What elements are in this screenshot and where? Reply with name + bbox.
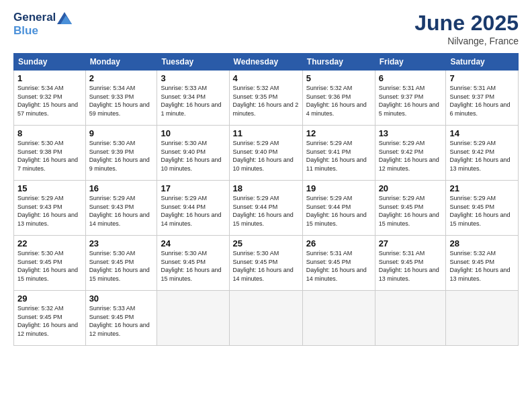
col-wednesday: Wednesday <box>229 54 302 71</box>
table-row: 2Sunrise: 5:34 AM Sunset: 9:33 PM Daylig… <box>85 71 157 126</box>
day-number: 5 <box>306 73 371 83</box>
day-number: 21 <box>449 183 515 193</box>
calendar-table: Sunday Monday Tuesday Wednesday Thursday… <box>13 53 519 346</box>
cell-details: Sunrise: 5:29 AM Sunset: 9:43 PM Dayligh… <box>89 194 154 228</box>
day-number: 28 <box>449 238 515 248</box>
table-row: 30Sunrise: 5:33 AM Sunset: 9:45 PM Dayli… <box>85 291 157 346</box>
cell-details: Sunrise: 5:30 AM Sunset: 9:38 PM Dayligh… <box>17 139 82 173</box>
empty-cell <box>302 291 375 346</box>
table-row: 23Sunrise: 5:30 AM Sunset: 9:45 PM Dayli… <box>85 236 157 291</box>
day-number: 18 <box>233 183 299 193</box>
day-number: 1 <box>17 73 82 83</box>
empty-cell <box>375 291 446 346</box>
day-number: 3 <box>161 73 225 83</box>
calendar-week-row: 29Sunrise: 5:32 AM Sunset: 9:45 PM Dayli… <box>14 291 519 346</box>
table-row: 10Sunrise: 5:30 AM Sunset: 9:40 PM Dayli… <box>157 126 229 181</box>
cell-details: Sunrise: 5:30 AM Sunset: 9:39 PM Dayligh… <box>89 139 154 173</box>
table-row: 14Sunrise: 5:29 AM Sunset: 9:42 PM Dayli… <box>446 126 519 181</box>
day-number: 12 <box>306 128 371 138</box>
col-friday: Friday <box>375 54 446 71</box>
cell-details: Sunrise: 5:32 AM Sunset: 9:45 PM Dayligh… <box>17 304 82 338</box>
table-row: 7Sunrise: 5:31 AM Sunset: 9:37 PM Daylig… <box>446 71 519 126</box>
col-thursday: Thursday <box>302 54 375 71</box>
logo-text: General <box>13 11 72 24</box>
day-number: 9 <box>89 128 154 138</box>
cell-details: Sunrise: 5:30 AM Sunset: 9:45 PM Dayligh… <box>233 249 299 283</box>
day-number: 17 <box>161 183 225 193</box>
day-number: 27 <box>379 238 443 248</box>
table-row: 8Sunrise: 5:30 AM Sunset: 9:38 PM Daylig… <box>14 126 86 181</box>
table-row: 1Sunrise: 5:34 AM Sunset: 9:32 PM Daylig… <box>14 71 86 126</box>
day-number: 6 <box>379 73 443 83</box>
cell-details: Sunrise: 5:29 AM Sunset: 9:41 PM Dayligh… <box>306 139 371 173</box>
cell-details: Sunrise: 5:33 AM Sunset: 9:34 PM Dayligh… <box>161 84 225 118</box>
col-saturday: Saturday <box>446 54 519 71</box>
day-number: 8 <box>17 128 82 138</box>
day-number: 26 <box>306 238 371 248</box>
cell-details: Sunrise: 5:32 AM Sunset: 9:35 PM Dayligh… <box>233 84 299 118</box>
day-number: 13 <box>379 128 443 138</box>
title-block: June 2025 Nilvange, France <box>414 11 519 46</box>
table-row: 4Sunrise: 5:32 AM Sunset: 9:35 PM Daylig… <box>229 71 302 126</box>
day-number: 16 <box>89 183 154 193</box>
calendar-week-row: 1Sunrise: 5:34 AM Sunset: 9:32 PM Daylig… <box>14 71 519 126</box>
day-number: 25 <box>233 238 299 248</box>
table-row: 27Sunrise: 5:31 AM Sunset: 9:45 PM Dayli… <box>375 236 446 291</box>
cell-details: Sunrise: 5:31 AM Sunset: 9:45 PM Dayligh… <box>306 249 371 283</box>
table-row: 28Sunrise: 5:32 AM Sunset: 9:45 PM Dayli… <box>446 236 519 291</box>
day-number: 14 <box>449 128 515 138</box>
table-row: 6Sunrise: 5:31 AM Sunset: 9:37 PM Daylig… <box>375 71 446 126</box>
logo-blue: Blue <box>13 24 72 38</box>
table-row: 18Sunrise: 5:29 AM Sunset: 9:44 PM Dayli… <box>229 181 302 236</box>
day-number: 29 <box>17 293 82 304</box>
calendar-header-row: Sunday Monday Tuesday Wednesday Thursday… <box>14 54 519 71</box>
cell-details: Sunrise: 5:33 AM Sunset: 9:45 PM Dayligh… <box>89 304 154 338</box>
day-number: 4 <box>233 73 299 83</box>
col-tuesday: Tuesday <box>157 54 229 71</box>
cell-details: Sunrise: 5:29 AM Sunset: 9:45 PM Dayligh… <box>379 194 443 228</box>
cell-details: Sunrise: 5:29 AM Sunset: 9:40 PM Dayligh… <box>233 139 299 173</box>
calendar-week-row: 22Sunrise: 5:30 AM Sunset: 9:45 PM Dayli… <box>14 236 519 291</box>
cell-details: Sunrise: 5:30 AM Sunset: 9:40 PM Dayligh… <box>161 139 225 173</box>
col-monday: Monday <box>85 54 157 71</box>
empty-cell <box>229 291 302 346</box>
table-row: 11Sunrise: 5:29 AM Sunset: 9:40 PM Dayli… <box>229 126 302 181</box>
table-row: 26Sunrise: 5:31 AM Sunset: 9:45 PM Dayli… <box>302 236 375 291</box>
cell-details: Sunrise: 5:29 AM Sunset: 9:42 PM Dayligh… <box>379 139 443 173</box>
calendar-body: 1Sunrise: 5:34 AM Sunset: 9:32 PM Daylig… <box>14 71 519 346</box>
table-row: 12Sunrise: 5:29 AM Sunset: 9:41 PM Dayli… <box>302 126 375 181</box>
day-number: 7 <box>449 73 515 83</box>
empty-cell <box>446 291 519 346</box>
cell-details: Sunrise: 5:31 AM Sunset: 9:37 PM Dayligh… <box>449 84 515 118</box>
table-row: 20Sunrise: 5:29 AM Sunset: 9:45 PM Dayli… <box>375 181 446 236</box>
table-row: 19Sunrise: 5:29 AM Sunset: 9:44 PM Dayli… <box>302 181 375 236</box>
header: General Blue June 2025 Nilvange, France <box>13 11 519 46</box>
cell-details: Sunrise: 5:30 AM Sunset: 9:45 PM Dayligh… <box>89 249 154 283</box>
day-number: 22 <box>17 238 82 248</box>
table-row: 24Sunrise: 5:30 AM Sunset: 9:45 PM Dayli… <box>157 236 229 291</box>
day-number: 19 <box>306 183 371 193</box>
cell-details: Sunrise: 5:31 AM Sunset: 9:37 PM Dayligh… <box>379 84 443 118</box>
table-row: 17Sunrise: 5:29 AM Sunset: 9:44 PM Dayli… <box>157 181 229 236</box>
table-row: 25Sunrise: 5:30 AM Sunset: 9:45 PM Dayli… <box>229 236 302 291</box>
cell-details: Sunrise: 5:32 AM Sunset: 9:36 PM Dayligh… <box>306 84 371 118</box>
page: General Blue June 2025 Nilvange, France … <box>0 0 532 411</box>
calendar-week-row: 8Sunrise: 5:30 AM Sunset: 9:38 PM Daylig… <box>14 126 519 181</box>
table-row: 13Sunrise: 5:29 AM Sunset: 9:42 PM Dayli… <box>375 126 446 181</box>
cell-details: Sunrise: 5:29 AM Sunset: 9:44 PM Dayligh… <box>306 194 371 228</box>
table-row: 22Sunrise: 5:30 AM Sunset: 9:45 PM Dayli… <box>14 236 86 291</box>
logo: General Blue <box>13 11 72 37</box>
day-number: 24 <box>161 238 225 248</box>
logo-icon <box>57 12 72 24</box>
location: Nilvange, France <box>414 36 519 46</box>
table-row: 21Sunrise: 5:29 AM Sunset: 9:45 PM Dayli… <box>446 181 519 236</box>
cell-details: Sunrise: 5:29 AM Sunset: 9:44 PM Dayligh… <box>233 194 299 228</box>
empty-cell <box>157 291 229 346</box>
col-sunday: Sunday <box>14 54 86 71</box>
cell-details: Sunrise: 5:30 AM Sunset: 9:45 PM Dayligh… <box>17 249 82 283</box>
table-row: 5Sunrise: 5:32 AM Sunset: 9:36 PM Daylig… <box>302 71 375 126</box>
table-row: 29Sunrise: 5:32 AM Sunset: 9:45 PM Dayli… <box>14 291 86 346</box>
cell-details: Sunrise: 5:30 AM Sunset: 9:45 PM Dayligh… <box>161 249 225 283</box>
day-number: 2 <box>89 73 154 83</box>
table-row: 16Sunrise: 5:29 AM Sunset: 9:43 PM Dayli… <box>85 181 157 236</box>
